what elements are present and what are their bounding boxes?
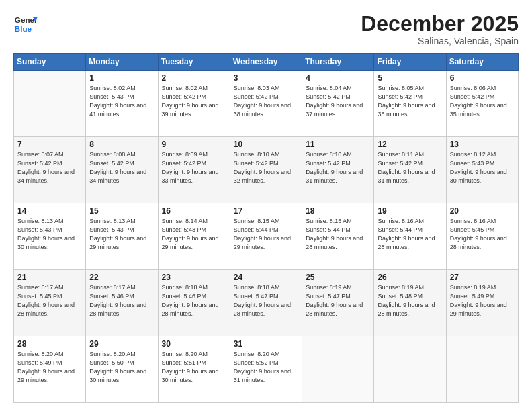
table-row: 5Sunrise: 8:05 AMSunset: 5:42 PMDaylight…	[374, 71, 446, 137]
day-number: 17	[234, 206, 298, 216]
daylight: Daylight: 9 hours and 31 minutes.	[234, 368, 291, 383]
table-row: 12Sunrise: 8:11 AMSunset: 5:42 PMDayligh…	[374, 137, 446, 203]
day-info: Sunrise: 8:15 AMSunset: 5:44 PMDaylight:…	[234, 217, 298, 252]
sunrise: Sunrise: 8:17 AM	[89, 284, 136, 291]
table-row: 28Sunrise: 8:20 AMSunset: 5:49 PMDayligh…	[14, 336, 86, 403]
daylight: Daylight: 9 hours and 29 minutes.	[89, 235, 146, 250]
day-number: 2	[162, 73, 226, 83]
day-info: Sunrise: 8:13 AMSunset: 5:43 PMDaylight:…	[17, 217, 82, 252]
day-info: Sunrise: 8:12 AMSunset: 5:43 PMDaylight:…	[450, 150, 515, 185]
sunrise: Sunrise: 8:10 AM	[234, 151, 280, 158]
day-number: 29	[89, 339, 154, 349]
sunset: Sunset: 5:45 PM	[450, 226, 495, 233]
day-info: Sunrise: 8:10 AMSunset: 5:42 PMDaylight:…	[234, 150, 298, 185]
sunset: Sunset: 5:42 PM	[162, 93, 207, 100]
sunrise: Sunrise: 8:05 AM	[378, 85, 424, 91]
table-row: 16Sunrise: 8:14 AMSunset: 5:43 PMDayligh…	[158, 203, 230, 270]
daylight: Daylight: 9 hours and 28 minutes.	[17, 302, 75, 317]
sunrise: Sunrise: 8:19 AM	[306, 284, 352, 291]
daylight: Daylight: 9 hours and 28 minutes.	[378, 302, 435, 317]
calendar-week-1: 1Sunrise: 8:02 AMSunset: 5:43 PMDaylight…	[14, 71, 519, 137]
table-row: 23Sunrise: 8:18 AMSunset: 5:46 PMDayligh…	[158, 270, 230, 336]
daylight: Daylight: 9 hours and 29 minutes.	[17, 368, 75, 383]
sunset: Sunset: 5:43 PM	[89, 93, 134, 100]
day-info: Sunrise: 8:05 AMSunset: 5:42 PMDaylight:…	[378, 84, 442, 119]
table-row	[14, 71, 86, 137]
day-info: Sunrise: 8:16 AMSunset: 5:44 PMDaylight:…	[378, 217, 442, 252]
day-number: 26	[378, 273, 442, 282]
sunrise: Sunrise: 8:16 AM	[450, 218, 496, 224]
sunset: Sunset: 5:42 PM	[378, 160, 423, 167]
day-info: Sunrise: 8:09 AMSunset: 5:42 PMDaylight:…	[162, 150, 226, 185]
table-row: 17Sunrise: 8:15 AMSunset: 5:44 PMDayligh…	[230, 203, 302, 270]
sunrise: Sunrise: 8:18 AM	[234, 284, 280, 291]
table-row: 7Sunrise: 8:07 AMSunset: 5:42 PMDaylight…	[14, 137, 86, 203]
sunset: Sunset: 5:46 PM	[89, 293, 134, 300]
day-info: Sunrise: 8:07 AMSunset: 5:42 PMDaylight:…	[17, 150, 82, 185]
sunset: Sunset: 5:51 PM	[162, 359, 207, 366]
day-info: Sunrise: 8:18 AMSunset: 5:47 PMDaylight:…	[234, 283, 298, 318]
table-row: 30Sunrise: 8:20 AMSunset: 5:51 PMDayligh…	[158, 336, 230, 403]
daylight: Daylight: 9 hours and 28 minutes.	[450, 235, 507, 250]
table-row	[302, 336, 374, 403]
sunrise: Sunrise: 8:03 AM	[234, 85, 280, 91]
sunset: Sunset: 5:43 PM	[89, 226, 134, 233]
sunset: Sunset: 5:48 PM	[378, 293, 423, 300]
day-number: 28	[17, 339, 82, 349]
col-tuesday: Tuesday	[158, 54, 230, 71]
sunrise: Sunrise: 8:10 AM	[306, 151, 352, 158]
day-number: 30	[162, 339, 226, 349]
day-number: 6	[450, 73, 515, 83]
daylight: Daylight: 9 hours and 29 minutes.	[234, 235, 291, 250]
col-saturday: Saturday	[446, 54, 518, 71]
daylight: Daylight: 9 hours and 35 minutes.	[450, 102, 507, 118]
sunset: Sunset: 5:42 PM	[89, 160, 134, 167]
day-info: Sunrise: 8:19 AMSunset: 5:47 PMDaylight:…	[306, 283, 370, 318]
daylight: Daylight: 9 hours and 41 minutes.	[89, 102, 146, 118]
day-info: Sunrise: 8:13 AMSunset: 5:43 PMDaylight:…	[89, 217, 154, 252]
sunset: Sunset: 5:42 PM	[378, 93, 423, 100]
daylight: Daylight: 9 hours and 28 minutes.	[306, 302, 363, 317]
day-info: Sunrise: 8:14 AMSunset: 5:43 PMDaylight:…	[162, 217, 226, 252]
table-row: 2Sunrise: 8:02 AMSunset: 5:42 PMDaylight…	[158, 71, 230, 137]
sunrise: Sunrise: 8:20 AM	[89, 351, 136, 357]
sunrise: Sunrise: 8:04 AM	[306, 85, 352, 91]
sunrise: Sunrise: 8:15 AM	[306, 218, 352, 224]
sunset: Sunset: 5:44 PM	[234, 226, 279, 233]
day-number: 15	[89, 206, 154, 216]
sunrise: Sunrise: 8:09 AM	[162, 151, 208, 158]
table-row	[446, 336, 518, 403]
sunrise: Sunrise: 8:13 AM	[17, 218, 64, 224]
day-number: 31	[234, 339, 298, 349]
sunset: Sunset: 5:42 PM	[17, 160, 62, 167]
col-sunday: Sunday	[14, 54, 86, 71]
sunrise: Sunrise: 8:07 AM	[17, 151, 64, 158]
table-row: 24Sunrise: 8:18 AMSunset: 5:47 PMDayligh…	[230, 270, 302, 336]
sunrise: Sunrise: 8:20 AM	[162, 351, 208, 357]
calendar-week-5: 28Sunrise: 8:20 AMSunset: 5:49 PMDayligh…	[14, 336, 519, 403]
day-info: Sunrise: 8:06 AMSunset: 5:42 PMDaylight:…	[450, 84, 515, 119]
sunrise: Sunrise: 8:19 AM	[450, 284, 496, 291]
day-info: Sunrise: 8:17 AMSunset: 5:45 PMDaylight:…	[17, 283, 82, 318]
col-thursday: Thursday	[302, 54, 374, 71]
day-number: 13	[450, 140, 515, 149]
day-number: 21	[17, 273, 82, 282]
day-number: 19	[378, 206, 442, 216]
day-info: Sunrise: 8:17 AMSunset: 5:46 PMDaylight:…	[89, 283, 154, 318]
logo-icon: General Blue	[13, 12, 38, 36]
sunrise: Sunrise: 8:11 AM	[378, 151, 424, 158]
sunset: Sunset: 5:44 PM	[378, 226, 423, 233]
day-info: Sunrise: 8:18 AMSunset: 5:46 PMDaylight:…	[162, 283, 226, 318]
daylight: Daylight: 9 hours and 29 minutes.	[162, 235, 219, 250]
col-wednesday: Wednesday	[230, 54, 302, 71]
sunset: Sunset: 5:42 PM	[306, 160, 351, 167]
day-number: 25	[306, 273, 370, 282]
table-row: 4Sunrise: 8:04 AMSunset: 5:42 PMDaylight…	[302, 71, 374, 137]
day-info: Sunrise: 8:20 AMSunset: 5:49 PMDaylight:…	[17, 350, 82, 385]
day-number: 18	[306, 206, 370, 216]
day-number: 5	[378, 73, 442, 83]
sunset: Sunset: 5:42 PM	[306, 93, 351, 100]
table-row: 8Sunrise: 8:08 AMSunset: 5:42 PMDaylight…	[86, 137, 158, 203]
day-info: Sunrise: 8:19 AMSunset: 5:49 PMDaylight:…	[450, 283, 515, 318]
day-number: 8	[89, 140, 154, 149]
